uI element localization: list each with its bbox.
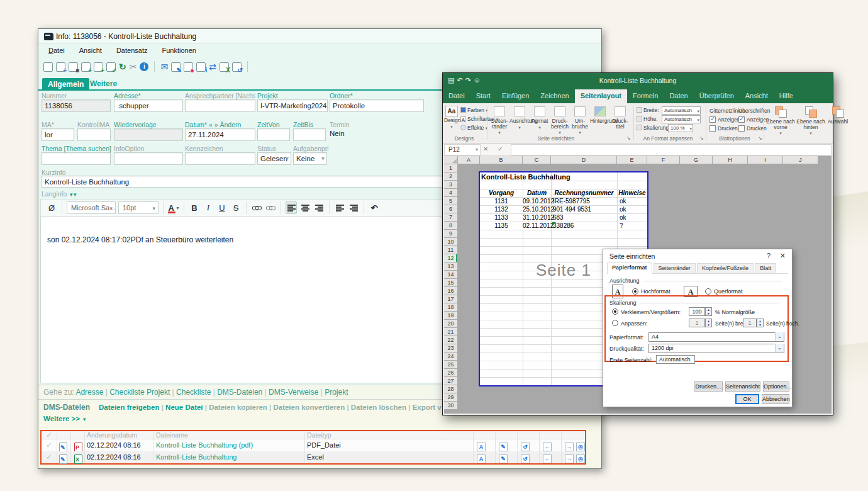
hoehe-select[interactable]: Automatisch xyxy=(662,115,701,123)
projekt-field[interactable]: I-VTR-Marketing2024-11 xyxy=(257,99,328,112)
row-header-15[interactable]: 15 xyxy=(444,279,458,287)
abbrechen-button[interactable]: Abbrechen xyxy=(762,394,789,404)
ueberschriften-drucken[interactable]: Drucken xyxy=(738,125,767,132)
row-header-21[interactable]: 21 xyxy=(444,328,458,336)
undo-icon[interactable]: ↶ xyxy=(369,201,380,214)
action-dateien-kopieren[interactable]: Dateien kopieren xyxy=(209,404,273,411)
row-header-5[interactable]: 5 xyxy=(444,197,458,205)
pages-wide-input[interactable]: 1 xyxy=(689,319,705,327)
infooption-field[interactable] xyxy=(114,152,183,165)
excel-export-icon[interactable]: X xyxy=(220,62,229,72)
tab-weitere[interactable]: Weitere xyxy=(90,79,117,88)
pages-tall-spinner[interactable]: ▲▼ xyxy=(757,319,764,327)
version-history-icon[interactable]: ↺ xyxy=(521,453,530,465)
col-dateityp[interactable]: Dateityp xyxy=(307,431,331,439)
verkleinern-label[interactable]: Verkleinern/Vergrößern: xyxy=(621,309,681,315)
ok-button[interactable]: OK xyxy=(735,394,759,404)
align-center-icon[interactable] xyxy=(299,201,311,214)
duplicate-record-icon[interactable]: + xyxy=(94,62,103,72)
column-header-F[interactable]: F xyxy=(647,156,680,164)
nummer-field[interactable]: 1138056 xyxy=(42,99,111,112)
umbrueche-button[interactable]: Um- brüche▾ xyxy=(570,106,590,135)
checkin-file-icon[interactable]: ← xyxy=(543,453,552,465)
row-header-7[interactable]: 7 xyxy=(444,213,458,222)
row-header-13[interactable]: 13 xyxy=(444,262,458,271)
tab-allgemein[interactable]: Allgemein xyxy=(42,78,89,91)
indent-icon[interactable] xyxy=(348,201,359,214)
row-header-28[interactable]: 28 xyxy=(444,385,458,393)
action-dateien-konvertieren[interactable]: Dateien konvertieren xyxy=(273,404,350,411)
link-adresse[interactable]: Adresse xyxy=(75,388,109,397)
preview-file-icon[interactable]: ◎ xyxy=(576,453,585,465)
underline-button[interactable]: U xyxy=(216,201,228,214)
pages-tall-input[interactable]: 1 xyxy=(743,319,757,327)
column-header-H[interactable]: H xyxy=(713,156,748,164)
querformat-radio[interactable] xyxy=(705,288,711,295)
select-all-corner[interactable] xyxy=(444,156,458,164)
column-header-C[interactable]: C xyxy=(523,156,551,164)
tab-seitenraender[interactable]: Seitenränder xyxy=(654,263,696,273)
help-icon[interactable]: ? xyxy=(767,252,771,259)
record-info-icon[interactable]: i xyxy=(196,62,206,72)
row-header-18[interactable]: 18 xyxy=(444,303,458,312)
ansprechpartner-field[interactable] xyxy=(185,99,255,112)
seitenraender-button[interactable]: Seiten- ränder▾ xyxy=(489,106,509,135)
align-right-icon[interactable] xyxy=(313,201,325,214)
cut-icon[interactable]: ✂ xyxy=(130,62,137,72)
row-header-4[interactable]: 4 xyxy=(444,189,458,197)
gitter-anzeigen[interactable]: Anzeigen xyxy=(709,116,740,123)
aufgabenprio-dropdown[interactable]: Keine xyxy=(293,152,327,165)
column-header-A[interactable]: A xyxy=(458,156,480,164)
excel-titlebar[interactable]: ▤↶↷☺ Kontroll-Liste Buchhaltung xyxy=(443,73,833,89)
remove-link-icon[interactable] xyxy=(265,201,276,214)
action-export[interactable]: Export v xyxy=(413,404,442,411)
link-checkliste[interactable]: Checkliste xyxy=(176,388,217,397)
tab-zeichnen[interactable]: Zeichnen xyxy=(535,89,574,103)
row-header-27[interactable]: 27 xyxy=(444,377,458,385)
info-icon[interactable]: i xyxy=(140,62,148,71)
format-button[interactable]: Format▾ xyxy=(530,106,550,130)
dialog-launcher-format[interactable]: ↘ xyxy=(699,135,704,141)
menu-datensatz[interactable]: Datensatz xyxy=(110,44,154,54)
row-header-10[interactable]: 10 xyxy=(444,238,458,246)
col-aenderungsdatum[interactable]: Änderungsdatum xyxy=(87,431,137,439)
datum-field[interactable]: 27.11.2024 xyxy=(185,128,255,141)
menu-datei[interactable]: Datei xyxy=(42,44,71,54)
effekte-button[interactable]: Effekte ▾ xyxy=(460,125,487,133)
status-dropdown[interactable]: Gelesen xyxy=(257,152,291,165)
row-header-8[interactable]: 8 xyxy=(444,222,458,230)
row-header-20[interactable]: 20 xyxy=(444,320,458,328)
edit-properties-icon[interactable]: ✎ xyxy=(499,453,508,465)
row-header-2[interactable]: 2 xyxy=(444,172,458,181)
breite-select[interactable]: Automatisch xyxy=(662,106,701,115)
dialog-launcher-blatt[interactable]: ↘ xyxy=(758,135,762,141)
gitter-drucken[interactable]: Drucken xyxy=(709,125,738,132)
previous-record-icon[interactable] xyxy=(43,62,53,72)
druckbereich-button[interactable]: Druck- bereich▾ xyxy=(550,106,570,135)
anpassen-radio[interactable] xyxy=(612,320,618,326)
column-header-D[interactable]: D xyxy=(551,156,617,164)
new-record-icon[interactable]: + xyxy=(81,62,91,72)
outdent-icon[interactable] xyxy=(334,201,345,214)
erste-seitenzahl-input[interactable]: Automatisch xyxy=(656,355,695,364)
align-left-icon[interactable] xyxy=(286,201,297,214)
link-dms-verweise[interactable]: DMS-Verweise xyxy=(269,388,325,397)
link-dms-dateien[interactable]: DMS-Dateien xyxy=(217,388,269,397)
dialog-launcher-seite[interactable]: ↘ xyxy=(626,135,631,141)
tab-hilfe[interactable]: Hilfe xyxy=(774,89,799,103)
verkleinern-radio[interactable] xyxy=(612,308,618,315)
anpassen-label[interactable]: Anpassen: xyxy=(621,320,648,327)
papierformat-select[interactable]: A4 xyxy=(648,332,784,342)
save-icon[interactable]: ■ xyxy=(69,62,78,72)
ordner-field[interactable]: Protokolle xyxy=(330,99,424,112)
bold-button[interactable]: B xyxy=(189,201,200,214)
column-header-G[interactable]: G xyxy=(680,156,713,164)
querformat-label[interactable]: Querformat xyxy=(714,288,743,295)
copy-record-icon[interactable]: + xyxy=(56,62,65,72)
action-dateien-freigeben[interactable]: Dateien freigeben xyxy=(99,404,165,411)
ma-field[interactable]: lor xyxy=(42,128,74,141)
name-box[interactable]: P12▾ xyxy=(444,144,481,155)
zeitbis-field[interactable] xyxy=(293,128,326,141)
pages-wide-spinner[interactable]: ▲▼ xyxy=(705,319,712,327)
designs-button[interactable]: Aa Designs▾ xyxy=(444,106,459,130)
